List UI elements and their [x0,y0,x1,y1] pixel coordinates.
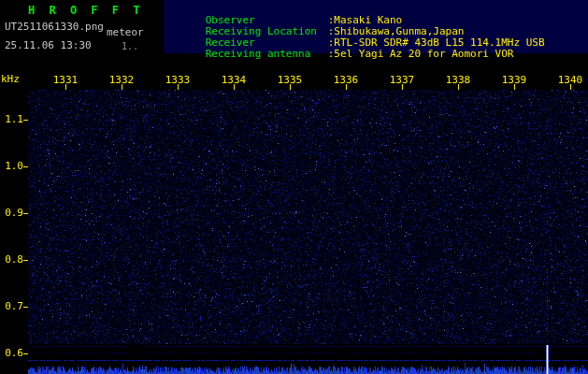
output-filename: UT2511061330.png [5,22,104,33]
antenna-value: :5el Yagi Az 20 for Aomori VOR [328,48,514,60]
x-tick-label: 1332 [107,75,136,86]
y-axis-unit-label: kHz [1,74,20,85]
x-tick-label: 1333 [163,75,193,86]
station-info-panel: Observer:Masaki Kano Receiving Location:… [164,0,588,53]
x-tick-label: 1334 [219,75,249,86]
y-tick-label: 1.0 [3,161,23,172]
antenna-label: Receiving antenna [206,49,328,60]
y-tick-label: 0.9 [3,208,23,219]
x-tick-label: 1335 [275,75,305,86]
x-tick-label: 1339 [499,75,529,86]
x-tick-label: 1331 [50,75,80,86]
y-tick-label: 0.7 [3,301,23,312]
info-row-antenna: Receiving antenna:5el Yagi Az 20 for Aom… [168,37,513,71]
y-tick-label: 1.1 [3,114,23,125]
observation-mode-label: meteor [107,27,144,38]
observation-datetime: 25.11.06 13:30 [5,40,92,51]
hrofft-screen: H R O F F T UT2511061330.png meteor 25.1… [0,0,588,374]
x-tick-label: 1336 [331,75,361,86]
y-tick-label: 0.6 [3,348,23,359]
app-title: H R O F F T [28,5,143,16]
x-tick-label: 1340 [555,75,585,86]
y-tick-label: 0.8 [3,254,23,266]
x-tick-label: 1337 [387,75,417,86]
image-counter: 1.. [122,41,138,52]
x-tick-label: 1338 [443,75,473,86]
